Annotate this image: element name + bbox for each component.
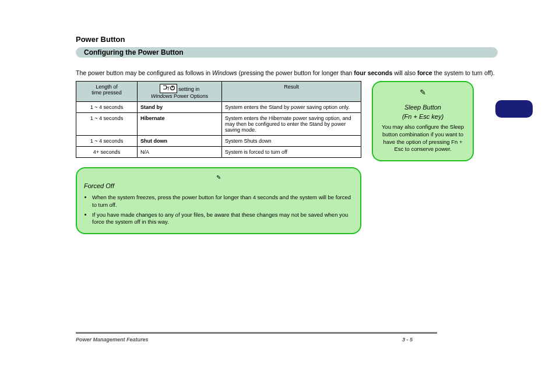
page-tab-indicator [495,100,533,118]
table-row: 1 ~ 4 seconds Hibernate System enters th… [76,113,361,136]
intro-italic: Windows [212,69,237,76]
table-header: Result [222,82,361,102]
footer-left: Power Management Features [76,337,149,342]
intro-part: will also [392,69,417,76]
power-icon: / [160,84,177,93]
note-forced-off: ✎ Forced Off When the system freezes, pr… [76,167,361,234]
header-line: setting in [178,86,199,92]
pen-icon: ✎ [380,88,466,97]
note-heading: Forced Off [84,182,114,189]
cell-setting: Stand by [138,102,222,113]
cell-result: System Shuts down [222,136,361,147]
footer-right: 3 - 5 [402,337,413,342]
cell-result: System is forced to turn off [222,147,361,158]
cell-setting-val: N/A [140,149,149,155]
cell-setting-val: Shut down [140,138,167,144]
power-button-table: Length of time pressed / [76,81,361,158]
cell-result: System enters the Stand by power saving … [222,102,361,113]
header-line: Power Options [172,93,208,99]
cell-result: System enters the Hibernate power saving… [222,113,361,136]
note-bullet: If you have made changes to any of your … [92,211,353,227]
intro-text: The power button may be configured as fo… [76,69,498,76]
intro-part: the system to turn off). [432,69,495,76]
cell-time: 1 ~ 4 seconds [76,102,138,113]
note-heading: Sleep Button [380,104,466,111]
intro-part: (pressing the power button for longer th… [237,69,354,76]
section-heading: Power Button [76,35,498,44]
cell-setting: N/A [138,147,222,158]
note-subheading: (Fn + Esc key) [380,113,466,120]
table-row: 4+ seconds N/A System is forced to turn … [76,147,361,158]
cell-setting: Hibernate [138,113,222,136]
note-bullet: When the system freezes, press the power… [92,194,353,209]
cell-setting: Shut down [138,136,222,147]
cell-setting-val: Stand by [140,104,163,110]
cell-time: 1 ~ 4 seconds [76,136,138,147]
cell-setting-val: Hibernate [140,115,165,121]
table-row: 1 ~ 4 seconds Shut down System Shuts dow… [76,136,361,147]
table-row: 1 ~ 4 seconds Stand by System enters the… [76,102,361,113]
header-italic: Windows [151,93,172,99]
table-header: Length of time pressed [76,82,138,102]
intro-bold: force [417,69,432,76]
svg-text:/: / [168,86,170,91]
intro-bold: four seconds [354,69,392,76]
cell-time: 1 ~ 4 seconds [76,113,138,136]
header-line: time pressed [78,90,136,96]
note-body: You may also configure the Sleep button … [380,123,466,153]
intro-part: The power button may be configured as fo… [76,69,212,76]
pen-icon: ✎ [216,174,221,181]
footer-divider [76,332,437,334]
title-bar: Configuring the Power Button [76,47,498,58]
table-header: / setting in Windows Power Options [138,82,222,102]
cell-time: 4+ seconds [76,147,138,158]
header-line: Length of [78,84,136,90]
note-sleep-button: ✎ Sleep Button (Fn + Esc key) You may al… [372,81,474,161]
